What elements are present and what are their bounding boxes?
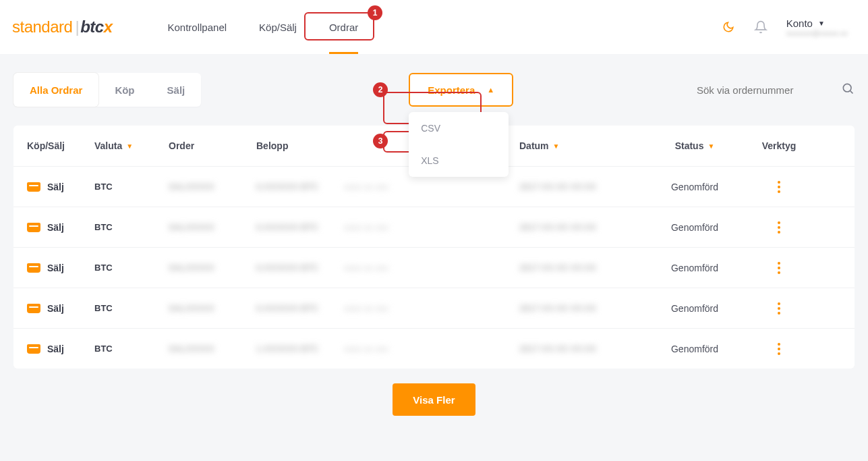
main-nav: Kontrollpanel Köp/Sälj Ordrar: [152, 0, 375, 54]
cell-extra: xxxx xx xxx: [344, 344, 425, 354]
svg-point-0: [843, 84, 851, 92]
col-tools: Verktyg: [749, 140, 809, 151]
sell-icon: [27, 182, 40, 192]
logo-text-standard: standard: [12, 18, 72, 36]
tab-kop[interactable]: Köp: [98, 73, 150, 107]
chevron-down-icon: ▼: [707, 142, 714, 150]
cell-tools: [749, 262, 809, 274]
sell-icon: [27, 263, 40, 273]
cell-extra: xxxx xx xxx: [344, 303, 425, 313]
notifications-icon[interactable]: [754, 20, 768, 34]
cell-currency: BTC: [94, 263, 169, 273]
cell-date: 2017-XX-XX XX:XX: [519, 182, 641, 192]
logo-text-btc: btc: [80, 18, 104, 36]
col-order: Order: [169, 140, 256, 151]
chevron-down-icon: ▼: [818, 20, 825, 27]
cell-date: 2017-XX-XX XX:XX: [519, 263, 641, 273]
export-option-xls[interactable]: XLS: [409, 144, 509, 177]
brand-logo[interactable]: standard | btcx: [12, 18, 113, 36]
export-dropdown: Exportera ▲ CSV XLS: [409, 73, 513, 107]
cell-extra: xxxx xx xxx: [344, 222, 425, 232]
col-date[interactable]: Datum▼: [519, 140, 641, 151]
cell-status: Genomförd: [641, 303, 749, 314]
show-more-button[interactable]: Visa Fler: [393, 383, 475, 416]
orders-toolbar: Alla Ordrar Köp Sälj Exportera ▲ CSV XLS: [13, 73, 855, 107]
annotation-badge-3: 3: [373, 134, 388, 148]
cell-type: Sälj: [27, 344, 94, 354]
sell-icon: [27, 223, 40, 232]
cell-tools: [749, 343, 809, 355]
logo-text-x: x: [104, 18, 113, 36]
account-label: Konto: [786, 18, 813, 29]
col-currency[interactable]: Valuta▼: [94, 140, 169, 151]
cell-tools: [749, 221, 809, 234]
cell-extra: xxxx xx xxx: [344, 182, 425, 192]
export-option-csv[interactable]: CSV: [409, 112, 509, 144]
export-button[interactable]: Exportera ▲: [409, 73, 513, 107]
table-row: SäljBTCSALXXXXX0.XXXXXX BTCxxxx xx xxx20…: [13, 247, 855, 288]
cell-currency: BTC: [94, 303, 169, 313]
chevron-down-icon: ▼: [126, 142, 133, 150]
cell-date: 2017-XX-XX XX:XX: [519, 222, 641, 232]
top-header: standard | btcx Kontrollpanel Köp/Sälj O…: [0, 0, 868, 54]
annotation-badge-1: 1: [368, 5, 382, 20]
export-label: Exportera: [428, 84, 475, 96]
cell-tools: [749, 302, 809, 315]
cell-tools: [749, 181, 809, 193]
cell-status: Genomförd: [641, 263, 749, 273]
account-email: xxxxxxx@xxxxx.xx: [786, 29, 848, 37]
row-actions-icon[interactable]: [773, 221, 785, 234]
header-actions: Konto ▼ xxxxxxx@xxxxx.xx: [722, 18, 848, 37]
cell-amount: 0.XXXXXX BTC: [256, 182, 344, 192]
table-row: SäljBTCSALXXXXX0.XXXXXX BTCxxxx xx xxx20…: [13, 288, 855, 328]
tab-alla-ordrar[interactable]: Alla Ordrar: [13, 73, 98, 107]
cell-type: Sälj: [27, 303, 94, 314]
cell-type: Sälj: [27, 182, 94, 192]
cell-type: Sälj: [27, 222, 94, 233]
table-row: SäljBTCSALXXXXX0.XXXXXX BTCxxxx xx xxx20…: [13, 207, 855, 247]
cell-extra: xxxx xx xxx: [344, 263, 425, 273]
dark-mode-icon[interactable]: [722, 20, 735, 34]
row-actions-icon[interactable]: [773, 181, 785, 193]
cell-status: Genomförd: [641, 182, 749, 192]
cell-date: 2017-XX-XX XX:XX: [519, 344, 641, 354]
col-status[interactable]: Status▼: [641, 140, 749, 151]
logo-separator: |: [75, 18, 79, 36]
cell-order: SALXXXXX: [169, 303, 256, 313]
col-type: Köp/Sälj: [27, 140, 94, 151]
search-wrap: [697, 82, 855, 98]
nav-ordrar[interactable]: Ordrar: [313, 0, 374, 54]
nav-kop-salj[interactable]: Köp/Sälj: [243, 0, 313, 54]
cell-status: Genomförd: [641, 344, 749, 354]
chevron-down-icon: ▼: [553, 142, 560, 150]
sell-icon: [27, 304, 40, 313]
row-actions-icon[interactable]: [773, 262, 785, 274]
chevron-up-icon: ▲: [487, 86, 494, 94]
col-amount: Belopp: [256, 140, 425, 151]
cell-date: 2017-XX-XX XX:XX: [519, 303, 641, 313]
nav-kontrollpanel[interactable]: Kontrollpanel: [152, 0, 243, 54]
cell-currency: BTC: [94, 222, 169, 232]
cell-currency: BTC: [94, 182, 169, 192]
cell-status: Genomförd: [641, 222, 749, 233]
cell-order: SALXXXXX: [169, 344, 256, 354]
cell-order: SALXXXXX: [169, 182, 256, 192]
cell-amount: 0.XXXXXX BTC: [256, 263, 344, 273]
row-actions-icon[interactable]: [773, 302, 785, 315]
search-icon[interactable]: [841, 82, 855, 98]
cell-type: Sälj: [27, 263, 94, 273]
tab-salj[interactable]: Sälj: [151, 73, 202, 107]
cell-order: SALXXXXX: [169, 222, 256, 232]
sell-icon: [27, 344, 40, 354]
row-actions-icon[interactable]: [773, 343, 785, 355]
export-menu: CSV XLS: [409, 112, 509, 177]
search-input[interactable]: [697, 84, 832, 96]
order-filter-tabs: Alla Ordrar Köp Sälj: [13, 73, 201, 107]
account-menu[interactable]: Konto ▼ xxxxxxx@xxxxx.xx: [786, 18, 848, 37]
cell-order: SALXXXXX: [169, 263, 256, 273]
cell-amount: 0.XXXXXX BTC: [256, 222, 344, 232]
annotation-badge-2: 2: [373, 82, 388, 97]
cell-amount: 0.XXXXXX BTC: [256, 303, 344, 313]
cell-amount: 1.XXXXXX BTC: [256, 344, 344, 354]
page-body: Alla Ordrar Köp Sälj Exportera ▲ CSV XLS…: [0, 54, 868, 435]
